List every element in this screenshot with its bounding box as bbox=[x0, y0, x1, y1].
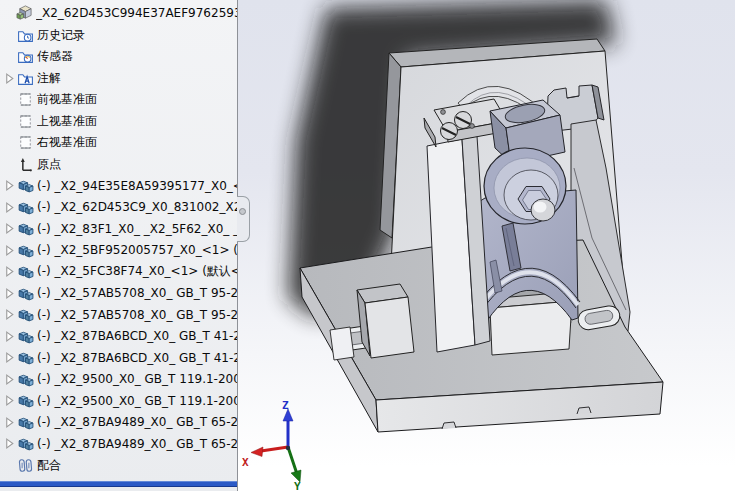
tree-item[interactable]: 上视基准面 bbox=[0, 111, 237, 132]
expand-arrow-icon[interactable] bbox=[4, 331, 15, 342]
component-icon bbox=[17, 199, 34, 216]
tree-item[interactable]: 前视基准面 bbox=[0, 89, 237, 110]
tree-item[interactable]: (-) _X2_9500_X0_ GB_T 119.1-2000 bbox=[0, 369, 237, 390]
component-icon bbox=[17, 263, 34, 280]
tree-item-label: 配合 bbox=[37, 457, 61, 474]
tree-item-label: (-) _X2_94E35E8A59395177_X0_<1 bbox=[37, 179, 237, 193]
tree-item[interactable]: (-) _X2_87BA6BCD_X0_ GB_T 41-2 bbox=[0, 347, 237, 368]
component-icon bbox=[17, 328, 34, 345]
graphics-viewport[interactable]: Z X Y bbox=[238, 0, 735, 491]
splitter-grip-icon bbox=[239, 208, 246, 215]
tree-root-item[interactable]: _X2_62D453C994E37AEF97625939517 bbox=[0, 2, 237, 23]
tree-item-label: (-) _X2_87BA6BCD_X0_ GB_T 41-2 bbox=[37, 329, 237, 343]
tree-item[interactable]: (-) _X2_5FC38F74_X0_<1> (默认<< bbox=[0, 261, 237, 282]
tree-item-label: 上视基准面 bbox=[37, 113, 97, 130]
tree-item[interactable]: (-) _X2_87BA6BCD_X0_ GB_T 41-2 bbox=[0, 326, 237, 347]
component-icon bbox=[17, 220, 34, 237]
tree-item-label: (-) _X2_9500_X0_ GB_T 119.1-2000 bbox=[37, 372, 237, 386]
tree-item-label: (-) _X2_57AB5708_X0_ GB_T 95-20 bbox=[37, 308, 237, 322]
feature-manager-panel[interactable]: _X2_62D453C994E37AEF97625939517历史记录传感器注解… bbox=[0, 0, 238, 491]
tree-item[interactable]: (-) _X2_57AB5708_X0_ GB_T 95-20 bbox=[0, 304, 237, 325]
plane-icon bbox=[17, 113, 34, 130]
component-icon bbox=[17, 435, 34, 452]
expand-arrow-icon[interactable] bbox=[4, 202, 15, 213]
tree-item[interactable]: 注解 bbox=[0, 68, 237, 89]
tree-item[interactable]: (-) _X2_87BA9489_X0_ GB_T 65-20 bbox=[0, 433, 237, 454]
origin-icon bbox=[17, 156, 34, 173]
tree-item-label: (-) _X2_83F1_X0_ _X2_5F62_X0_ _X bbox=[37, 222, 237, 236]
stud-part[interactable] bbox=[531, 199, 555, 221]
expand-arrow-icon[interactable] bbox=[4, 438, 15, 449]
expand-arrow-icon[interactable] bbox=[4, 223, 15, 234]
tree-item-label: (-) _X2_87BA9489_X0_ GB_T 65-20 bbox=[37, 437, 237, 451]
tree-item[interactable]: (-) _X2_83F1_X0_ _X2_5F62_X0_ _X bbox=[0, 218, 237, 239]
component-icon bbox=[17, 177, 34, 194]
sensors-folder-icon bbox=[17, 48, 34, 65]
rollback-bar[interactable] bbox=[0, 481, 237, 487]
expand-arrow-icon[interactable] bbox=[4, 309, 15, 320]
component-icon bbox=[17, 349, 34, 366]
tree-item-label: 原点 bbox=[37, 156, 61, 173]
tree-item-label: (-) _X2_87BA6BCD_X0_ GB_T 41-2 bbox=[37, 351, 237, 365]
tree-item-label: (-) _X2_57AB5708_X0_ GB_T 95-20 bbox=[37, 286, 237, 300]
tree-item[interactable]: 传感器 bbox=[0, 46, 237, 67]
tree-item-label: (-) _X2_9500_X0_ GB_T 119.1-2000 bbox=[37, 394, 237, 408]
z-axis-label: Z bbox=[282, 399, 289, 412]
tree-item[interactable]: (-) _X2_94E35E8A59395177_X0_<1 bbox=[0, 175, 237, 196]
expand-arrow-icon[interactable] bbox=[4, 73, 15, 84]
plane-icon bbox=[17, 134, 34, 151]
tree-item[interactable]: 配合 bbox=[0, 455, 237, 476]
mates-icon bbox=[17, 457, 34, 474]
tree-item-label: 历史记录 bbox=[37, 27, 85, 44]
base-slot-left-cut bbox=[330, 327, 354, 360]
component-icon bbox=[17, 371, 34, 388]
step-block-part[interactable] bbox=[357, 284, 414, 358]
tree-item[interactable]: (-) _X2_9500_X0_ GB_T 119.1-2000 bbox=[0, 390, 237, 411]
expand-arrow-icon[interactable] bbox=[4, 352, 15, 363]
expand-arrow-icon[interactable] bbox=[4, 288, 15, 299]
x-axis-label: X bbox=[242, 456, 249, 469]
expand-arrow-icon[interactable] bbox=[4, 245, 15, 256]
tree-item-label: 右视基准面 bbox=[37, 134, 97, 151]
tree-item[interactable]: 右视基准面 bbox=[0, 132, 237, 153]
component-icon bbox=[17, 414, 34, 431]
tree-item-label: 前视基准面 bbox=[37, 91, 97, 108]
expand-arrow-icon[interactable] bbox=[4, 266, 15, 277]
expand-arrow-icon[interactable] bbox=[4, 180, 15, 191]
tree-item-label: 传感器 bbox=[37, 48, 73, 65]
component-icon bbox=[17, 285, 34, 302]
tree-item-label: (-) _X2_5BF952005757_X0_<1> (默 bbox=[37, 242, 237, 259]
expand-arrow-icon[interactable] bbox=[4, 395, 15, 406]
component-icon bbox=[17, 306, 34, 323]
tree-item[interactable]: 历史记录 bbox=[0, 25, 237, 46]
component-icon bbox=[17, 392, 34, 409]
tree-item-label: (-) _X2_5FC38F74_X0_<1> (默认<< bbox=[37, 263, 237, 280]
tree-item[interactable]: (-) _X2_62D453C9_X0_831002_X2_ bbox=[0, 197, 237, 218]
annotations-folder-icon bbox=[17, 70, 34, 87]
component-icon bbox=[17, 242, 34, 259]
tree-item[interactable]: (-) _X2_57AB5708_X0_ GB_T 95-20 bbox=[0, 283, 237, 304]
y-axis-label: Y bbox=[294, 480, 301, 491]
expand-arrow-icon[interactable] bbox=[4, 417, 15, 428]
tree-item-label: (-) _X2_87BA9489_X0_ GB_T 65-20 bbox=[37, 415, 237, 429]
tree-item-label: _X2_62D453C994E37AEF97625939517 bbox=[36, 6, 237, 20]
panel-splitter-tab[interactable] bbox=[237, 196, 250, 242]
tree-item-label: (-) _X2_62D453C9_X0_831002_X2_ bbox=[37, 200, 237, 214]
tree-item[interactable]: 原点 bbox=[0, 154, 237, 175]
assembly-icon bbox=[16, 4, 33, 22]
tree-item[interactable]: (-) _X2_87BA9489_X0_ GB_T 65-20 bbox=[0, 412, 237, 433]
history-folder-icon bbox=[17, 27, 34, 44]
plane-icon bbox=[17, 91, 34, 108]
tree-item[interactable]: (-) _X2_5BF952005757_X0_<1> (默 bbox=[0, 240, 237, 261]
tree-item-label: 注解 bbox=[37, 70, 61, 87]
expand-arrow-icon[interactable] bbox=[4, 374, 15, 385]
